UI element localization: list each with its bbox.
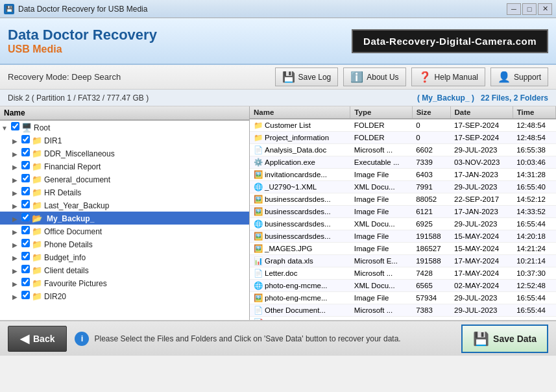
save-log-button[interactable]: 💾 Save Log [275, 67, 339, 86]
table-row[interactable]: 🖼️_MAGES.JPG Image File 186527 15-MAY-20… [250, 243, 556, 255]
tree-item[interactable]: ▶📁General_document [0, 173, 249, 186]
tree-item[interactable]: ▶📁DIR1 [0, 134, 249, 147]
tree-checkbox[interactable] [21, 135, 30, 143]
file-date: 29-JUL-2023 [450, 317, 513, 321]
app-icon: 💾 [4, 4, 14, 14]
table-row[interactable]: 🌐photo-eng-mcme... XML Docu... 6565 02-M… [250, 280, 556, 292]
tree-checkbox[interactable] [21, 265, 30, 273]
help-manual-button[interactable]: ❓ Help Manual [411, 67, 485, 86]
expander[interactable]: ▶ [10, 151, 19, 158]
file-date: 29-JUL-2023 [450, 144, 513, 156]
table-row[interactable]: 📁Project_information FOLDER 0 17-SEP-202… [250, 132, 556, 144]
table-row[interactable]: 📄Analysis_Data.doc Microsoft ... 6602 29… [250, 144, 556, 156]
expander[interactable]: ▶ [10, 164, 19, 171]
tree-item-label: Office Document [44, 227, 102, 236]
expander[interactable]: ▶ [10, 190, 19, 197]
table-row[interactable]: 🖼️invitationcardsde... Image File 6403 1… [250, 169, 556, 181]
minimize-button[interactable]: ─ [507, 3, 521, 15]
save-data-button[interactable]: 💾 Save Data [461, 325, 548, 353]
title-text: Data Doctor Recovery for USB Media [18, 5, 507, 14]
file-panel[interactable]: Name Type Size Date Time 📁Customer List … [250, 106, 556, 320]
tree-item-label: Last_Year_Backup [44, 201, 109, 210]
table-row[interactable]: 📄Letter.doc Microsoft ... 7428 17-MAY-20… [250, 267, 556, 280]
table-row[interactable]: 🌐businesscardsdes... XML Docu... 6925 29… [250, 218, 556, 230]
tree-checkbox[interactable] [11, 122, 19, 130]
tree-checkbox[interactable] [21, 291, 30, 299]
file-name: 🖼️businesscardsdes... [250, 193, 350, 206]
maximize-button[interactable]: □ [522, 3, 537, 15]
table-row[interactable]: 🖼️businesscardsdes... Image File 191588 … [250, 230, 556, 243]
file-name: 📁Project_information [250, 132, 350, 144]
file-type: Executable ... [350, 156, 412, 169]
tree-item[interactable]: ▶📁HR Details [0, 186, 249, 199]
tree-item[interactable]: ▶📁Phone Details [0, 238, 249, 251]
tree-item-label: Favourite Pictures [44, 279, 107, 288]
tree-item[interactable]: ▶📁DDR_Miscellaneous [0, 147, 249, 160]
tree-checkbox[interactable] [21, 148, 30, 156]
expander[interactable]: ▶ [10, 138, 19, 145]
file-type: Microsoft E... [350, 255, 412, 267]
tree-item[interactable]: ▶📁DIR20 [0, 289, 249, 302]
table-row[interactable]: 📄Other Document... Microsoft ... 7383 29… [250, 304, 556, 317]
tree-checkbox[interactable] [21, 226, 30, 234]
tree-checkbox[interactable] [21, 161, 30, 169]
table-row[interactable]: 🖼️businesscardsdes... Image File 88052 2… [250, 193, 556, 206]
file-type: Image File [350, 193, 412, 206]
tree-item[interactable]: ▶📁Client details [0, 263, 249, 276]
tree-checkbox[interactable] [21, 239, 30, 247]
expander[interactable]: ▶ [10, 254, 19, 262]
backup-path[interactable]: ( My_Backup_ ) 22 Files, 2 Folders [417, 93, 548, 103]
expander[interactable]: ▶ [10, 267, 19, 275]
tree-checkbox[interactable] [21, 187, 30, 195]
support-button[interactable]: 👤 Support [490, 67, 548, 86]
tree-checkbox[interactable] [21, 213, 30, 221]
file-time: 12:52:48 [513, 280, 555, 292]
help-manual-label: Help Manual [435, 73, 478, 82]
tree-checkbox[interactable] [21, 200, 30, 208]
tree-item[interactable]: ▶📁Favourite Pictures [0, 276, 249, 289]
back-button[interactable]: ◀ Back [8, 326, 67, 352]
expander[interactable]: ▶ [10, 228, 19, 236]
table-row[interactable]: 📝Phone No List.txt Text file 6003 29-JUL… [250, 317, 556, 321]
table-row[interactable]: 🖼️businesscardsdes... Image File 6121 17… [250, 206, 556, 218]
file-time: 14:33:52 [513, 206, 555, 218]
file-icon: 🌐 [254, 183, 263, 191]
file-time: 10:03:46 [513, 156, 555, 169]
file-type: Image File [350, 292, 412, 304]
tree-checkbox[interactable] [21, 278, 30, 286]
tree-item[interactable]: ▶📁Budget_info [0, 251, 249, 263]
file-time: 14:31:28 [513, 169, 555, 181]
table-row[interactable]: 📊Graph data.xls Microsoft E... 191588 17… [250, 255, 556, 267]
tree-item[interactable]: ▶📁Financial Report [0, 160, 249, 173]
tree-checkbox[interactable] [21, 174, 30, 182]
tree-item[interactable]: ▶📁Last_Year_Backup [0, 199, 249, 212]
tree-item[interactable]: ▼🖥️Root [0, 120, 249, 134]
back-icon: ◀ [20, 332, 29, 346]
file-time: 14:21:24 [513, 243, 555, 255]
expander[interactable]: ▶ [10, 215, 19, 223]
table-row[interactable]: ⚙️Application.exe Executable ... 7339 03… [250, 156, 556, 169]
table-row[interactable]: 🌐_U2790~1.XML XML Docu... 7991 29-JUL-20… [250, 181, 556, 193]
tree-item[interactable]: ▶📁Office Document [0, 225, 249, 238]
file-name: 📄Analysis_Data.doc [250, 144, 350, 156]
file-name: 📁Customer List [250, 119, 350, 132]
tree-item-label: My_Backup_ [44, 214, 97, 224]
expander[interactable]: ▶ [10, 280, 19, 288]
file-name: 🖼️photo-eng-mcme... [250, 292, 350, 304]
expander[interactable]: ▶ [10, 293, 19, 300]
tree-panel[interactable]: Name ▼🖥️Root▶📁DIR1▶📁DDR_Miscellaneous▶📁F… [0, 106, 250, 320]
about-us-button[interactable]: ℹ️ About Us [343, 67, 405, 86]
file-type: Image File [350, 243, 412, 255]
table-row[interactable]: 🖼️photo-eng-mcme... Image File 57934 29-… [250, 292, 556, 304]
folder-icon: 📁 [32, 201, 42, 210]
expander[interactable]: ▶ [10, 177, 19, 184]
expander[interactable]: ▶ [10, 202, 19, 210]
file-name: 🌐photo-eng-mcme... [250, 280, 350, 292]
tree-checkbox[interactable] [21, 252, 30, 260]
close-button[interactable]: ✕ [538, 3, 552, 15]
expander[interactable]: ▶ [10, 241, 19, 249]
tree-item-label: Client details [44, 266, 89, 275]
expander[interactable]: ▼ [0, 125, 9, 132]
tree-item[interactable]: ▶📂My_Backup_ [0, 212, 249, 225]
table-row[interactable]: 📁Customer List FOLDER 0 17-SEP-2024 12:4… [250, 119, 556, 132]
